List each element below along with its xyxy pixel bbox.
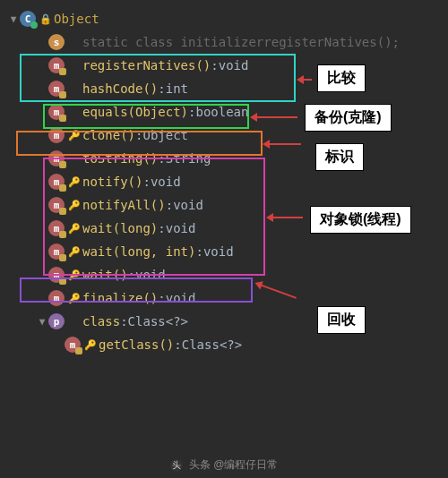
- key-icon: 🔑: [68, 223, 81, 235]
- key-icon: 🔑: [68, 293, 81, 304]
- key-icon: 🔑: [68, 246, 81, 258]
- prop-icon: p: [48, 313, 65, 329]
- class-node-object[interactable]: ▼ C 🔒 Object: [4, 7, 444, 30]
- member-staticclassinitializer[interactable]: sstatic class initializerregisterNatives…: [4, 30, 444, 54]
- method-lock-icon: m: [48, 57, 65, 73]
- member-name: toString(): [82, 151, 158, 166]
- method-lock-icon: m: [48, 104, 65, 120]
- method-icon: m: [48, 290, 65, 306]
- arrow-icon: [299, 79, 312, 81]
- key-icon: 🔑: [84, 339, 97, 351]
- method-lock-icon: m: [48, 197, 65, 213]
- member-name: wait(long, int): [82, 244, 195, 259]
- member-name: notify(): [82, 175, 142, 189]
- class-icon: C: [20, 11, 36, 27]
- member-name: wait(long): [82, 221, 158, 235]
- member-waitlongint[interactable]: m🔑wait(long, int): void: [4, 240, 444, 263]
- return-type: void: [219, 58, 249, 73]
- key-icon: 🔑: [68, 269, 81, 281]
- member-name: class: [82, 314, 120, 329]
- return-type: Class<?>: [182, 337, 242, 352]
- class-name: Object: [54, 12, 99, 26]
- member-class[interactable]: ▼pclass: Class<?>: [4, 310, 444, 333]
- member-tostring[interactable]: mtoString(): String: [4, 147, 444, 170]
- method-lock-icon: m: [48, 150, 65, 166]
- structure-tree: ▼ C 🔒 Object sstatic class initializerre…: [0, 0, 448, 363]
- return-type: boolean: [195, 105, 248, 119]
- return-type: void: [166, 221, 196, 235]
- member-registernatives[interactable]: mregisterNatives(): void: [4, 54, 444, 77]
- return-type: void: [135, 268, 166, 282]
- member-finalize[interactable]: m🔑finalize(): void: [4, 286, 444, 310]
- method-lock-icon: m: [48, 220, 65, 236]
- label-backup: 备份(克隆): [305, 104, 392, 132]
- member-name: finalize(): [82, 291, 158, 305]
- expander-icon[interactable]: ▼: [36, 316, 48, 328]
- member-name: hashCode(): [82, 81, 158, 96]
- member-name: clone(): [82, 128, 135, 142]
- label-lock: 对象锁(线程): [310, 206, 411, 234]
- method-lock-icon: m: [48, 243, 65, 260]
- arrow-icon: [269, 217, 303, 218]
- return-type: String: [166, 151, 211, 166]
- lock-icon: 🔒: [39, 13, 52, 25]
- member-name: registerNatives(): [82, 58, 211, 73]
- member-name: static class initializer: [82, 35, 263, 49]
- return-type: void: [203, 244, 234, 259]
- label-identify: 标识: [315, 143, 364, 171]
- method-lock-icon: m: [65, 337, 81, 353]
- return-type: int: [166, 81, 188, 96]
- footer-credit: 头 头条 @编程仔日常: [0, 457, 448, 473]
- member-hashcode[interactable]: mhashCode(): int: [4, 77, 444, 100]
- member-getclass[interactable]: m🔑getClass(): Class<?>: [4, 333, 444, 356]
- method-lock-icon: m: [48, 267, 65, 283]
- key-icon: 🔑: [68, 130, 81, 141]
- member-wait[interactable]: m🔑wait(): void: [4, 263, 444, 286]
- return-type: void: [151, 175, 181, 189]
- key-icon: 🔑: [68, 176, 81, 188]
- method-lock-icon: m: [48, 81, 65, 97]
- member-notify[interactable]: m🔑notify(): void: [4, 170, 444, 193]
- return-type: registerNatives();: [263, 35, 400, 49]
- return-type: Object: [142, 128, 188, 142]
- member-name: notifyAll(): [82, 198, 166, 212]
- arrow-icon: [253, 116, 297, 118]
- expander-icon[interactable]: ▼: [7, 13, 20, 25]
- static-icon: s: [48, 34, 65, 50]
- member-name: equals(Object): [82, 105, 188, 119]
- toutiao-icon: 头: [170, 459, 183, 472]
- return-type: void: [166, 291, 196, 305]
- member-name: getClass(): [99, 337, 174, 352]
- footer-text: 头条 @编程仔日常: [189, 458, 279, 471]
- key-icon: 🔑: [68, 200, 81, 211]
- arrow-icon: [265, 143, 301, 145]
- method-lock-icon: m: [48, 174, 65, 190]
- label-compare: 比较: [317, 64, 366, 92]
- label-gc: 回收: [317, 306, 366, 334]
- return-type: Class<?>: [128, 314, 188, 329]
- member-name: wait(): [82, 268, 128, 282]
- method-icon: m: [48, 127, 65, 143]
- return-type: void: [173, 198, 203, 212]
